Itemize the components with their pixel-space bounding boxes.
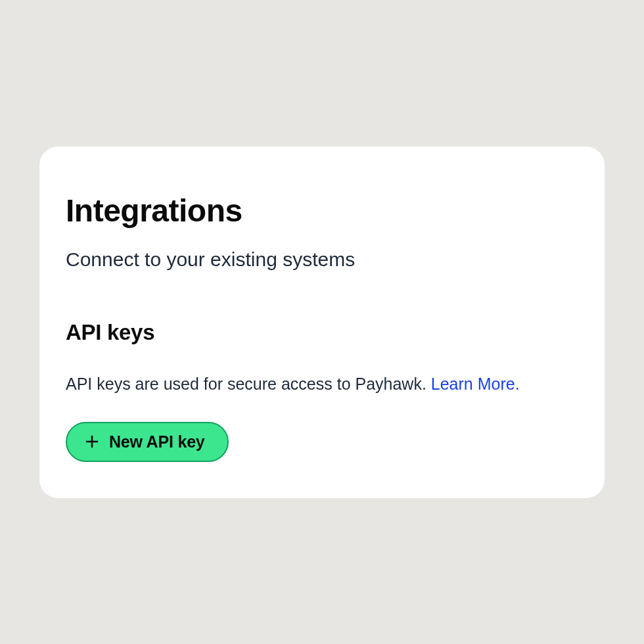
api-keys-description: API keys are used for secure access to P… xyxy=(66,373,578,396)
new-api-key-button[interactable]: New API key xyxy=(66,422,229,462)
page-subtitle: Connect to your existing systems xyxy=(66,248,578,271)
plus-icon xyxy=(84,434,100,449)
page-title: Integrations xyxy=(66,193,578,229)
api-keys-heading: API keys xyxy=(66,320,578,345)
new-api-key-button-label: New API key xyxy=(109,432,205,451)
api-keys-description-text: API keys are used for secure access to P… xyxy=(66,375,431,393)
integrations-card: Integrations Connect to your existing sy… xyxy=(39,147,605,498)
learn-more-link[interactable]: Learn More. xyxy=(431,375,520,393)
